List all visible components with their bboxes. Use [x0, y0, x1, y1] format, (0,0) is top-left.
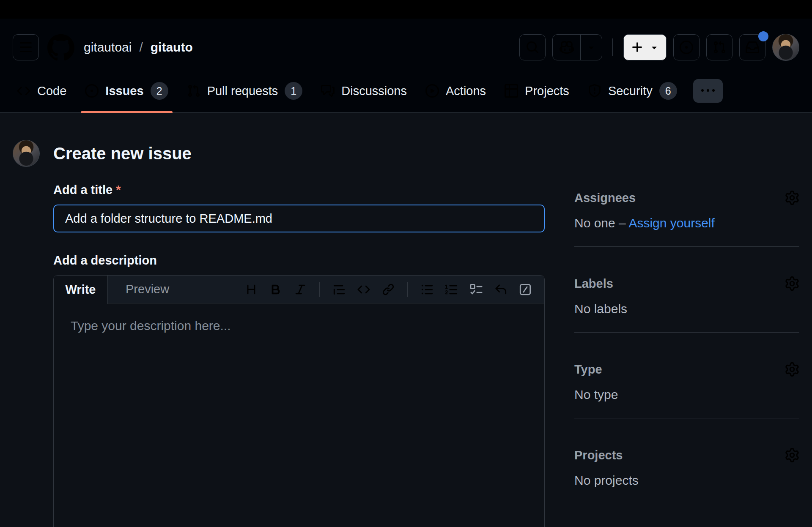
- assign-yourself-link[interactable]: Assign yourself: [628, 216, 714, 230]
- issue-title-input[interactable]: [53, 205, 545, 232]
- chevron-down-icon: [586, 42, 596, 52]
- github-new-issue-page: gitautoai / gitauto: [0, 0, 812, 527]
- projects-section: Projects No projects: [574, 418, 799, 504]
- assignees-title: Assignees: [574, 191, 636, 205]
- reply-icon: [494, 283, 507, 296]
- labels-settings-button[interactable]: [785, 276, 799, 291]
- issue-description-textarea[interactable]: [54, 303, 544, 527]
- assignees-settings-button[interactable]: [785, 191, 799, 205]
- tab-label: Security: [608, 84, 653, 98]
- issue-opened-icon: [680, 41, 693, 54]
- github-logo[interactable]: [47, 34, 74, 61]
- quote-button[interactable]: [329, 280, 349, 299]
- code-button[interactable]: [354, 280, 373, 299]
- git-pull-request-icon: [187, 84, 200, 98]
- list-unordered-icon: [421, 283, 433, 296]
- git-pull-request-icon: [713, 41, 726, 54]
- issues-count-badge: 2: [151, 82, 168, 100]
- editor-header: Write Preview: [54, 276, 544, 303]
- comment-discussion-icon: [321, 84, 335, 98]
- projects-settings-button[interactable]: [785, 448, 799, 462]
- nav-overflow-button[interactable]: [693, 79, 723, 103]
- title-field-label: Add a title*: [53, 183, 546, 197]
- heading-button[interactable]: [241, 280, 261, 299]
- search-button[interactable]: [519, 34, 546, 60]
- bold-button[interactable]: [266, 280, 285, 299]
- toolbar-divider: [319, 282, 320, 297]
- global-header: gitautoai / gitauto: [0, 19, 812, 113]
- gear-icon: [785, 362, 799, 377]
- tab-discussions[interactable]: Discussions: [312, 69, 416, 112]
- tab-write[interactable]: Write: [54, 276, 108, 304]
- tab-issues[interactable]: Issues 2: [76, 69, 177, 112]
- page-content: Create new issue Add a title* Add a desc…: [0, 113, 812, 527]
- assignees-section: Assignees No one – Assign yourself: [574, 191, 799, 247]
- author-avatar: [13, 140, 40, 167]
- kebab-horizontal-icon: [701, 84, 715, 98]
- slash-commands-button[interactable]: [516, 280, 535, 299]
- copilot-icon: [560, 40, 574, 55]
- projects-value: No projects: [574, 473, 799, 497]
- your-issues-button[interactable]: [673, 34, 700, 60]
- list-ordered-icon: [445, 283, 458, 296]
- task-list-button[interactable]: [466, 280, 486, 299]
- create-new-button[interactable]: [623, 34, 667, 60]
- labels-section: Labels No labels: [574, 247, 799, 333]
- type-value: No type: [574, 388, 799, 411]
- tab-label: Projects: [525, 84, 569, 98]
- hamburger-menu-button[interactable]: [13, 34, 39, 60]
- search-icon: [526, 41, 539, 54]
- assignees-value: No one – Assign yourself: [574, 216, 799, 240]
- three-bars-icon: [19, 41, 33, 54]
- bold-icon: [269, 283, 282, 296]
- gear-icon: [785, 191, 799, 205]
- tab-label: Discussions: [341, 84, 407, 98]
- tab-security[interactable]: Security 6: [579, 69, 686, 112]
- issue-form-header: Create new issue: [13, 140, 546, 167]
- tab-actions[interactable]: Actions: [416, 69, 495, 112]
- italic-button[interactable]: [291, 280, 310, 299]
- labels-title: Labels: [574, 277, 613, 291]
- header-divider: [612, 38, 613, 56]
- type-title: Type: [574, 363, 602, 377]
- security-count-badge: 6: [659, 82, 677, 100]
- copilot-chat-button[interactable]: [553, 35, 581, 60]
- your-pull-requests-button[interactable]: [706, 34, 732, 60]
- link-button[interactable]: [379, 280, 398, 299]
- issue-form-column: Create new issue Add a title* Add a desc…: [13, 113, 546, 527]
- code-icon: [17, 84, 30, 98]
- tab-projects[interactable]: Projects: [495, 69, 579, 112]
- page-title: Create new issue: [53, 144, 192, 163]
- quote-icon: [333, 283, 346, 296]
- repo-nav: Code Issues 2 Pull requests 1 Discussion…: [0, 69, 812, 112]
- issue-form: Add a title* Add a description Write Pre…: [53, 183, 546, 527]
- unordered-list-button[interactable]: [417, 280, 437, 299]
- ordered-list-button[interactable]: [442, 280, 461, 299]
- gear-icon: [785, 448, 799, 462]
- shield-icon: [588, 84, 601, 98]
- link-icon: [382, 283, 395, 296]
- tab-label: Code: [37, 84, 66, 98]
- inbox-icon: [746, 41, 759, 54]
- breadcrumb-org-link[interactable]: gitautoai: [84, 40, 132, 55]
- tab-pull-requests[interactable]: Pull requests 1: [178, 69, 312, 112]
- tab-code[interactable]: Code: [8, 69, 76, 112]
- tab-label: Pull requests: [207, 84, 278, 98]
- description-field-label: Add a description: [53, 254, 546, 268]
- type-section: Type No type: [574, 333, 799, 418]
- github-mark-icon: [47, 34, 74, 61]
- play-icon: [425, 84, 439, 98]
- type-settings-button[interactable]: [785, 362, 799, 377]
- breadcrumb-repo-link[interactable]: gitauto: [151, 40, 193, 55]
- saved-replies-button[interactable]: [491, 280, 510, 299]
- code-icon: [357, 283, 370, 296]
- projects-title: Projects: [574, 448, 623, 462]
- table-icon: [505, 84, 518, 98]
- breadcrumb-separator: /: [139, 40, 143, 55]
- tab-preview[interactable]: Preview: [108, 276, 187, 303]
- notifications-wrap: [739, 34, 765, 60]
- markdown-editor: Write Preview: [53, 275, 545, 527]
- slash-command-icon: [519, 283, 532, 296]
- user-avatar[interactable]: [772, 34, 799, 61]
- copilot-menu-button[interactable]: [581, 35, 602, 60]
